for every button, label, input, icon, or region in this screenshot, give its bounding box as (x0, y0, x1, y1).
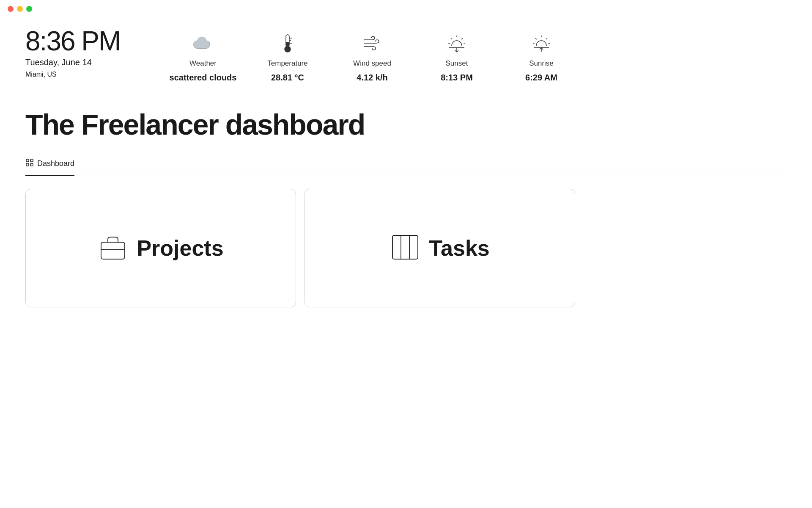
sunrise-icon (529, 30, 554, 56)
sunrise-widget: Sunrise 6:29 AM (499, 30, 584, 83)
svg-rect-21 (30, 159, 33, 162)
weather-widgets: Weather scattered clouds (161, 26, 787, 83)
svg-rect-5 (286, 42, 289, 49)
datetime-section: 8:36 PM Tuesday, June 14 Miami, US (25, 26, 161, 78)
dashboard-title: The Freelancer dashboard (25, 108, 787, 141)
kanban-icon (390, 232, 420, 264)
svg-rect-23 (30, 163, 33, 166)
svg-line-15 (546, 38, 547, 39)
dashboard-section: The Freelancer dashboard Dashboard (25, 108, 787, 307)
weather-value: scattered clouds (170, 73, 237, 83)
temperature-widget: Temperature 28.81 °C (245, 30, 330, 83)
temperature-value: 28.81 °C (271, 73, 304, 83)
svg-line-8 (461, 38, 463, 39)
cloud-icon (190, 30, 216, 56)
thermometer-icon (275, 30, 300, 56)
wind-value: 4.12 k/h (357, 73, 387, 83)
sunset-icon (444, 30, 469, 56)
weather-widget: Weather scattered clouds (161, 30, 245, 83)
svg-rect-26 (392, 235, 418, 259)
dashboard-tab[interactable]: Dashboard (25, 154, 74, 176)
location-display: Miami, US (25, 71, 161, 78)
date-display: Tuesday, June 14 (25, 58, 161, 67)
sunset-label: Sunset (446, 59, 468, 68)
cards-grid: Projects Tasks (25, 189, 575, 307)
close-button[interactable] (8, 6, 14, 12)
maximize-button[interactable] (26, 6, 32, 12)
svg-rect-22 (26, 163, 29, 166)
tasks-card[interactable]: Tasks (304, 189, 575, 307)
temperature-label: Temperature (267, 59, 307, 68)
tab-bar: Dashboard (25, 154, 787, 176)
tasks-label: Tasks (429, 235, 490, 261)
minimize-button[interactable] (17, 6, 23, 12)
dashboard-tab-label: Dashboard (37, 159, 74, 168)
svg-line-14 (535, 38, 537, 39)
time-display: 8:36 PM (25, 26, 161, 56)
projects-label: Projects (137, 235, 223, 261)
projects-card[interactable]: Projects (25, 189, 296, 307)
sunrise-value: 6:29 AM (525, 73, 557, 83)
svg-rect-24 (101, 242, 125, 259)
briefcase-icon (98, 232, 128, 264)
sunset-widget: Sunset 8:13 PM (414, 30, 499, 83)
weather-label: Weather (189, 59, 217, 68)
svg-line-7 (451, 38, 452, 39)
sunrise-label: Sunrise (529, 59, 554, 68)
title-bar (0, 0, 812, 18)
wind-icon (359, 30, 385, 56)
wind-label: Wind speed (353, 59, 391, 68)
svg-rect-20 (26, 159, 29, 162)
dashboard-tab-icon (25, 158, 34, 169)
main-content: 8:36 PM Tuesday, June 14 Miami, US Weath… (0, 18, 812, 324)
top-row: 8:36 PM Tuesday, June 14 Miami, US Weath… (25, 26, 787, 83)
sunset-value: 8:13 PM (441, 73, 473, 83)
wind-widget: Wind speed 4.12 k/h (330, 30, 414, 83)
